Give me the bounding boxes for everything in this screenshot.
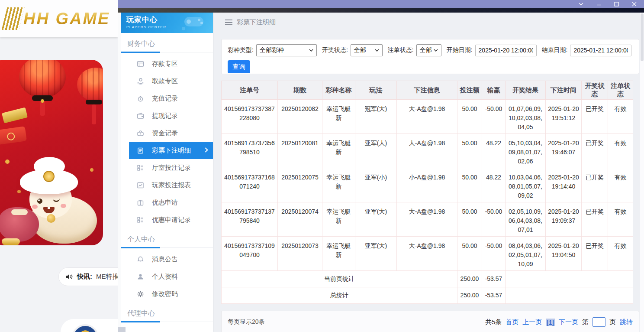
jump-button[interactable]: 跳转 <box>620 318 633 326</box>
table-row: 401569173737356798510 20250120081 幸运飞艇新 … <box>222 134 633 168</box>
record-list-icon <box>137 216 144 224</box>
cell: 大-A盘@1.98 <box>397 202 457 237</box>
cell: 48.22 <box>482 168 506 202</box>
window-body: 玩家中心 PLAYERS CENTER 财务中心 存款专区 取款专区 <box>118 13 644 332</box>
hand-coin-icon <box>137 78 144 85</box>
sidebar-item-fund-record[interactable]: 资金记录 <box>121 124 213 142</box>
first-page-link[interactable]: 首页 <box>506 318 518 326</box>
cell: -50.00 <box>482 237 506 271</box>
cell: 大-A盘@1.98 <box>397 134 457 168</box>
cell: 已开奖 <box>582 100 608 134</box>
cell: 已开奖 <box>582 134 608 168</box>
speaker-icon <box>66 273 73 280</box>
wallet-icon <box>137 112 144 120</box>
minimize-icon[interactable] <box>596 2 602 7</box>
sidebar-item-change-password[interactable]: 修改密码 <box>121 285 213 303</box>
promo-banner-image <box>0 60 103 245</box>
sidebar-item-label: 提现记录 <box>152 112 178 120</box>
col-header: 期数 <box>278 81 322 100</box>
hamburger-icon[interactable] <box>225 20 232 25</box>
scrollbar-thumb[interactable] <box>641 13 644 61</box>
sidebar-item-announcements[interactable]: 消息公告 <box>121 251 213 268</box>
sidebar-section-agent: 代理中心 <box>121 303 213 321</box>
sidebar-item-withdraw[interactable]: 取款专区 <box>121 72 213 90</box>
end-date-input[interactable] <box>570 45 631 56</box>
table-row: 401569173737387228080 20250120082 幸运飞艇新 … <box>222 100 633 134</box>
total-count-text: 共5条 <box>485 318 502 326</box>
col-header: 输赢 <box>482 81 506 100</box>
cell: 亚军(大) <box>355 134 397 168</box>
sidebar-item-hall-bet-records[interactable]: 厅室投注记录 <box>121 159 213 176</box>
sidebar-item-label: 取款专区 <box>152 77 178 85</box>
draw-status-label: 开奖状态: <box>322 46 348 54</box>
sidebar-item-player-bet-report[interactable]: 玩家投注报表 <box>121 176 213 194</box>
cell: 48.22 <box>482 134 506 168</box>
maximize-icon[interactable] <box>614 2 619 7</box>
grand-summary-row: 总统计 250.00 -53.57 <box>222 287 633 304</box>
cell: -50.00 <box>482 100 506 134</box>
cell: 20250120073 <box>278 237 322 271</box>
cell: 幸运飞艇新 <box>322 134 355 168</box>
cell: 50.00 <box>457 100 482 134</box>
cell: 亚军(小) <box>355 168 397 202</box>
sidebar-item-label: 优惠申请记录 <box>152 216 191 224</box>
select-value: 全部彩种 <box>260 46 284 54</box>
horizontal-scrollbar-button[interactable] <box>118 327 126 332</box>
summary-winloss-total: -53.57 <box>482 271 506 287</box>
cell: 已开奖 <box>582 168 608 202</box>
sidebar-item-recharge-record[interactable]: 充值记录 <box>121 90 213 107</box>
cell: 2025-01-20 19:51:12 <box>546 100 582 134</box>
draw-status-select[interactable]: 全部 <box>351 44 383 56</box>
end-date-label: 结束日期: <box>542 46 568 54</box>
cell: 401569173737356798510 <box>222 134 278 168</box>
lottery-type-select[interactable]: 全部彩种 <box>256 44 317 56</box>
start-date-label: 开始日期: <box>447 46 473 54</box>
current-page-indicator: [1] <box>546 319 555 326</box>
cell: 有效 <box>608 100 633 134</box>
cell: 401569173737168071240 <box>222 168 278 202</box>
col-header: 开奖结果 <box>506 81 546 100</box>
brand-logo-stripes <box>2 7 25 30</box>
cell: 401569173737137795840 <box>222 202 278 237</box>
search-button[interactable]: 查询 <box>228 60 250 73</box>
user-icon <box>137 273 144 280</box>
money-bag-icon <box>137 95 144 102</box>
start-date-input[interactable] <box>475 45 537 56</box>
summary-bet-total: 250.00 <box>457 287 482 304</box>
cell: 50.00 <box>457 168 482 202</box>
cell: 20250120075 <box>278 168 322 202</box>
sidebar-item-label: 充值记录 <box>152 94 178 103</box>
sidebar-item-label: 修改密码 <box>152 290 178 298</box>
chevron-down-icon[interactable] <box>578 2 584 7</box>
next-page-link[interactable]: 下一页 <box>559 318 578 326</box>
summary-label: 总统计 <box>222 287 457 304</box>
cell: 50.00 <box>457 202 482 237</box>
sidebar-item-deposit[interactable]: 存款专区 <box>121 55 213 72</box>
cell: 有效 <box>608 202 633 237</box>
vertical-scrollbar[interactable] <box>640 13 644 332</box>
cell: 已开奖 <box>582 237 608 271</box>
sidebar-item-lottery-bet-details[interactable]: 彩票下注明细 <box>129 142 213 159</box>
coupon-icon <box>137 199 144 206</box>
sidebar-item-promo-apply[interactable]: 优惠申请 <box>121 194 213 211</box>
page-summary-row: 当前页统计 250.00 -53.57 <box>222 271 633 287</box>
sidebar-item-profile[interactable]: 个人资料 <box>121 268 213 285</box>
cell: 亚军(大) <box>355 237 397 271</box>
cell: 2025-01-20 19:04:50 <box>546 237 582 271</box>
select-value: 全部 <box>420 46 432 54</box>
cell: 冠军(大) <box>355 100 397 134</box>
page-jump-input[interactable] <box>592 317 605 327</box>
sidebar-item-promo-apply-record[interactable]: 优惠申请记录 <box>121 211 213 228</box>
summary-bet-total: 250.00 <box>457 271 482 287</box>
bet-list-icon <box>137 147 144 154</box>
order-status-select[interactable]: 全部 <box>416 44 441 56</box>
prev-page-link[interactable]: 上一页 <box>522 318 542 326</box>
cell: 有效 <box>608 237 633 271</box>
sidebar-item-label: 资金记录 <box>152 129 178 137</box>
cell: 01,07,06,09,10,02,03,08,04,05 <box>506 100 546 134</box>
purse-icon <box>137 130 144 137</box>
sidebar-item-withdrawal-record[interactable]: 提现记录 <box>121 107 213 124</box>
col-header: 下注信息 <box>397 81 457 100</box>
sidebar-item-label: 优惠申请 <box>152 199 178 207</box>
close-icon[interactable] <box>631 2 637 7</box>
